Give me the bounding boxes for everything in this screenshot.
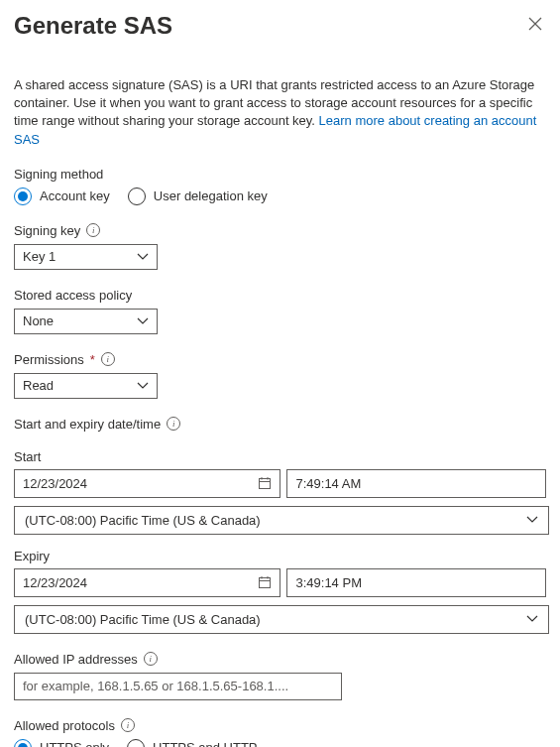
required-star-icon: * (90, 352, 95, 367)
expiry-timezone-dropdown[interactable]: (UTC-08:00) Pacific Time (US & Canada) (14, 605, 549, 634)
dropdown-value: (UTC-08:00) Pacific Time (US & Canada) (25, 513, 261, 528)
calendar-icon (258, 476, 272, 490)
intro-text: A shared access signature (SAS) is a URI… (14, 76, 546, 149)
signing-key-label: Signing key (14, 223, 80, 238)
close-icon[interactable] (524, 12, 546, 38)
radio-icon (14, 187, 32, 205)
time-value: 3:49:14 PM (295, 575, 362, 590)
date-value: 12/23/2024 (23, 575, 87, 590)
stored-access-policy-label: Stored access policy (14, 288, 546, 303)
date-value: 12/23/2024 (23, 476, 87, 491)
start-time-input[interactable]: 7:49:14 AM (286, 469, 546, 498)
radio-label: Account key (40, 188, 110, 203)
calendar-icon (258, 575, 272, 589)
signing-method-label: Signing method (14, 167, 546, 182)
info-icon[interactable]: i (101, 352, 115, 366)
info-icon[interactable]: i (144, 652, 158, 666)
radio-label: HTTPS only (40, 740, 109, 747)
start-timezone-dropdown[interactable]: (UTC-08:00) Pacific Time (US & Canada) (14, 506, 549, 535)
svg-rect-6 (260, 578, 271, 588)
allowed-ip-label: Allowed IP addresses (14, 652, 138, 667)
expiry-label: Expiry (14, 549, 546, 563)
chevron-down-icon (137, 382, 149, 390)
stored-access-policy-dropdown[interactable]: None (14, 309, 158, 334)
radio-https-and-http[interactable]: HTTPS and HTTP (127, 739, 257, 747)
chevron-down-icon (137, 253, 149, 261)
allowed-ip-input[interactable] (14, 673, 342, 700)
info-icon[interactable]: i (167, 417, 180, 431)
info-icon[interactable]: i (121, 718, 135, 732)
dropdown-value: (UTC-08:00) Pacific Time (US & Canada) (25, 612, 261, 627)
chevron-down-icon (526, 516, 538, 524)
radio-label: HTTPS and HTTP (153, 740, 257, 747)
dropdown-value: Key 1 (23, 249, 56, 264)
info-icon[interactable]: i (86, 223, 100, 237)
radio-user-delegation[interactable]: User delegation key (128, 187, 268, 205)
signing-key-dropdown[interactable]: Key 1 (14, 244, 158, 270)
radio-account-key[interactable]: Account key (14, 187, 110, 205)
allowed-protocols-label: Allowed protocols (14, 718, 115, 733)
radio-label: User delegation key (154, 188, 268, 203)
radio-icon (127, 739, 145, 747)
page-title: Generate SAS (14, 12, 172, 40)
time-value: 7:49:14 AM (295, 476, 361, 491)
expiry-time-input[interactable]: 3:49:14 PM (286, 568, 546, 597)
dropdown-value: None (23, 313, 54, 328)
svg-rect-2 (260, 479, 271, 489)
radio-icon (14, 739, 32, 747)
permissions-dropdown[interactable]: Read (14, 373, 158, 399)
start-label: Start (14, 449, 546, 464)
permissions-label: Permissions (14, 352, 84, 367)
dropdown-value: Read (23, 378, 54, 393)
radio-icon (128, 187, 146, 205)
start-date-input[interactable]: 12/23/2024 (14, 469, 280, 498)
chevron-down-icon (137, 317, 149, 325)
radio-https-only[interactable]: HTTPS only (14, 739, 109, 747)
start-expiry-label: Start and expiry date/time (14, 417, 161, 432)
chevron-down-icon (526, 615, 538, 623)
expiry-date-input[interactable]: 12/23/2024 (14, 568, 280, 597)
